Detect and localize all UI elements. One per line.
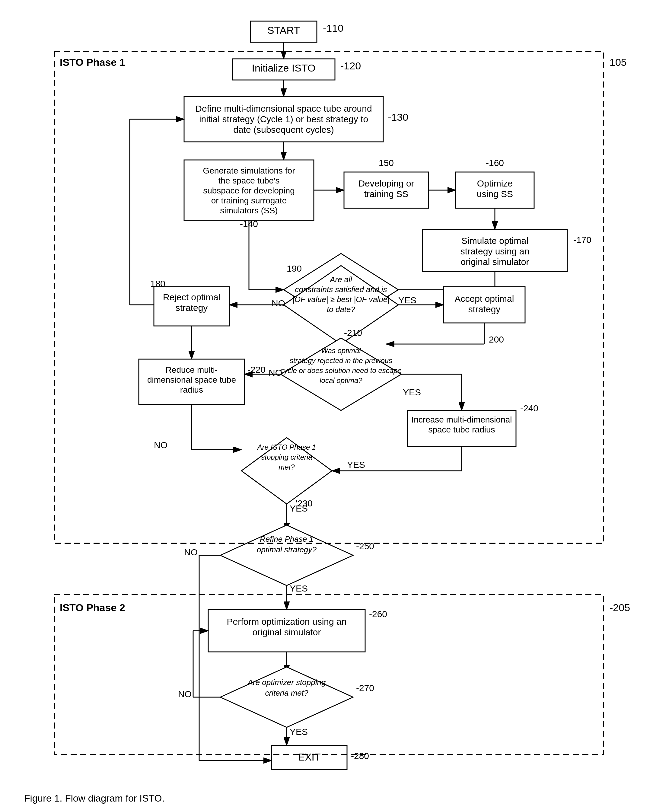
n210-label-1: Was optimal [321,347,361,355]
n130-label-1: Define multi-dimensional space tube arou… [195,103,372,113]
n250-no: NO [184,547,197,557]
diagram-container: START -110 Initialize ISTO -120 Define m… [24,12,646,791]
n230-label-2: stopping criteria [261,453,312,461]
n150-label-2: training SS [364,189,408,199]
phase1-label: ISTO Phase 1 [60,56,125,68]
phase2-ref: -205 [609,602,630,613]
n260-label-1: Perform optimization using an [227,616,347,626]
n260-ref: -260 [369,609,387,619]
n140-label-1: Generate simulations for [203,166,295,175]
n270-no: NO [178,689,192,699]
n210-label-2: strategy rejected in the previous [290,356,392,365]
n120-label: Initialize ISTO [252,62,315,74]
n230-label-1: Are ISTO Phase 1 [257,443,316,451]
n150-ref: 150 [379,158,394,168]
n140-label-5: simulators (SS) [220,206,278,215]
exit-label: EXIT [298,751,321,763]
n150-label-1: Developing or [358,178,414,188]
n210-label-4: local optima? [320,376,362,385]
n240-label-2: space tube radius [428,425,495,434]
n240-label-1: Increase multi-dimensional [411,415,512,424]
n260-label-2: original simulator [252,627,321,637]
n250-yes: YES [290,583,308,593]
n210-no: NO [269,368,282,377]
n220-label-2: dimensional space tube [147,375,236,385]
n140-label-4: or training surrogate [211,196,287,205]
n195-label-1: Accept optimal [455,294,514,304]
phase2-label: ISTO Phase 2 [60,602,125,613]
phase1-stopping-no: NO [154,440,168,450]
n270-yes: YES [290,727,308,737]
n190-label-3: |OF value| ≥ best |OF value| [292,295,390,304]
n220-label-3: radius [180,385,203,394]
n250-label-1: Refine Phase 1 [260,535,314,543]
n250-label-2: optimal strategy? [257,545,317,554]
n220-label-1: Reduce multi- [166,365,218,375]
n220-ref: -220 [247,365,265,375]
n140-label-2: the space tube's [218,176,279,185]
n190-label-1: Are all [329,275,352,284]
n195-label-2: strategy [468,304,501,314]
phase1-ref: 105 [609,56,627,68]
n140-label-3: subspace for developing [203,186,295,195]
n190-no: NO [272,298,285,308]
n270-label-2: criteria met? [265,688,309,697]
n230-label-3: met? [279,463,295,471]
n130-label-2: initial strategy (Cycle 1) or best strat… [199,114,368,124]
n170-label-3: original simulator [461,257,529,267]
n190-label-2: constraints satisfied and is [295,285,387,294]
n170-label-2: strategy using an [460,246,529,256]
phase1-stopping-yes-from-increase: YES [347,460,365,470]
n210-label-3: cycle or does solution need to escape [280,366,402,375]
n170-ref: -170 [573,235,591,245]
start-ref: -110 [323,22,343,34]
n190-yes: YES [398,295,416,305]
n180-ref: 180 [150,279,165,289]
n190-ref: 190 [287,264,302,274]
n270-ref: -270 [356,683,374,693]
n230-yes: YES [290,503,308,513]
figure-caption: Figure 1. Flow diagram for ISTO. [24,793,164,804]
n130-ref: -130 [388,111,408,123]
n180-label-1: Reject optimal [163,292,220,302]
n200-ref: 200 [489,334,504,344]
n130-label-3: date (subsequent cycles) [233,125,334,134]
n120-ref: -120 [340,60,361,71]
n210-ref: -210 [344,328,362,338]
n160-label-2: using SS [477,189,513,199]
n250-ref: -250 [356,541,374,551]
n270-label-1: Are optimizer stopping [247,678,326,687]
n160-ref: -160 [486,158,504,168]
n190-label-4: to date? [327,305,355,314]
n180-label-2: strategy [176,303,208,313]
n160-label-1: Optimize [477,178,513,188]
start-label: START [267,25,300,36]
svg-marker-39 [220,525,353,586]
n240-ref: -240 [520,403,538,413]
flowchart-svg: START -110 Initialize ISTO -120 Define m… [24,12,646,791]
n170-label-1: Simulate optimal [461,236,528,246]
exit-ref: -280 [351,751,369,761]
n210-yes: YES [403,387,421,397]
